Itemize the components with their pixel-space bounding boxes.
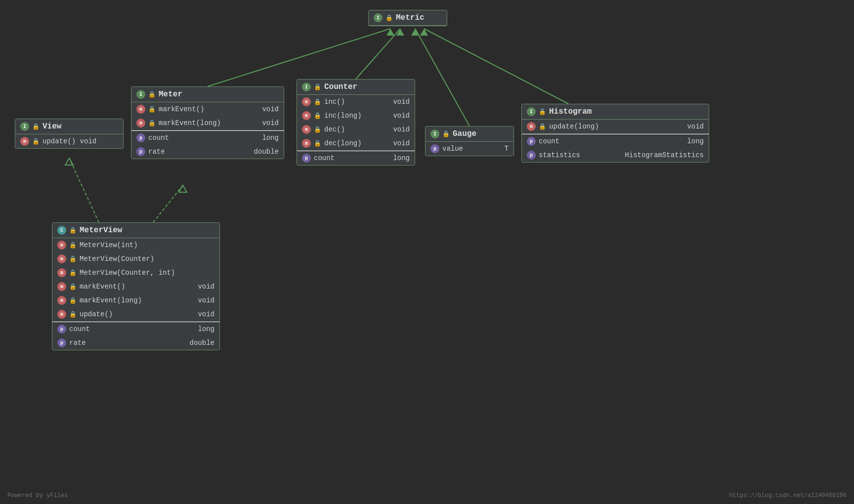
method-icon: m <box>302 111 311 120</box>
meterview-method-update: m 🔒 update() void <box>52 307 219 321</box>
footer-right: https://blog.csdn.net/a1240466196 <box>729 492 847 499</box>
prop-label: count <box>539 137 674 145</box>
method-type: void <box>677 123 704 130</box>
svg-marker-5 <box>411 29 419 36</box>
meter-header: I 🔒 Meter <box>131 87 284 102</box>
histogram-lock-icon: 🔒 <box>539 108 546 116</box>
method-label: update(long) <box>549 123 674 130</box>
prop-icon: p <box>302 154 311 163</box>
method-icon: m <box>136 119 145 127</box>
histogram-header: I 🔒 Histogram <box>522 104 709 120</box>
meterview-prop-rate: p rate double <box>52 336 219 350</box>
prop-type: long <box>188 325 214 333</box>
lock-icon: 🔒 <box>69 311 77 318</box>
gauge-prop-value: p value T <box>426 142 513 156</box>
histogram-title: Histogram <box>549 107 592 116</box>
method-label: dec(long) <box>324 139 380 147</box>
counter-method-declong: m 🔒 dec(long) void <box>297 136 415 150</box>
svg-line-4 <box>415 29 470 126</box>
ctor-icon: m <box>57 268 66 277</box>
ctor-icon: m <box>57 254 66 263</box>
lock-icon: 🔒 <box>314 126 321 133</box>
histogram-type-icon: I <box>527 107 536 116</box>
method-type: void <box>383 126 410 133</box>
prop-icon: p <box>136 133 145 142</box>
counter-method-dec: m 🔒 dec() void <box>297 123 415 136</box>
svg-line-2 <box>356 29 400 79</box>
meter-prop-rate: p rate double <box>131 145 284 159</box>
meterview-method-markevent: m 🔒 markEvent() void <box>52 280 219 294</box>
meter-box: I 🔒 Meter m 🔒 markEvent() void m 🔒 markE… <box>131 86 284 159</box>
method-type: void <box>188 296 214 304</box>
method-label: update() void <box>43 137 118 145</box>
method-icon: m <box>57 310 66 319</box>
ctor-label: MeterView(Counter, int) <box>80 269 214 277</box>
method-type: void <box>252 119 279 127</box>
svg-marker-7 <box>420 29 428 36</box>
lock-icon: 🔒 <box>539 123 546 130</box>
histogram-method-update: m 🔒 update(long) void <box>522 120 709 133</box>
gauge-box: I 🔒 Gauge p value T <box>425 126 514 156</box>
meter-type-icon: I <box>136 90 145 99</box>
meterview-ctor-3: m 🔒 MeterView(Counter, int) <box>52 266 219 280</box>
footer-left: Powered by yFiles <box>7 492 68 499</box>
counter-prop-count: p count long <box>297 151 415 165</box>
lock-icon: 🔒 <box>314 112 321 120</box>
method-type: void <box>383 98 410 106</box>
method-icon: m <box>527 122 536 131</box>
method-type: void <box>188 310 214 318</box>
lock-icon: 🔒 <box>148 120 156 127</box>
method-icon: m <box>136 105 145 114</box>
metric-box: I 🔒 Metric <box>368 10 447 26</box>
ctor-label: MeterView(int) <box>80 241 214 249</box>
prop-type: long <box>677 137 704 145</box>
svg-marker-3 <box>396 29 404 36</box>
view-lock-icon: 🔒 <box>32 123 40 130</box>
counter-header: I 🔒 Counter <box>297 80 415 95</box>
prop-label: rate <box>69 339 177 347</box>
meterview-box: C 🔒 MeterView m 🔒 MeterView(int) m 🔒 Met… <box>52 222 220 350</box>
meterview-header: C 🔒 MeterView <box>52 223 219 238</box>
view-header: I 🔒 View <box>15 119 123 134</box>
meterview-lock-icon: 🔒 <box>69 227 77 234</box>
svg-line-6 <box>424 29 568 104</box>
diagram-container: I 🔒 Metric I 🔒 View m 🔒 update() void I … <box>0 0 854 504</box>
view-method-update: m 🔒 update() void <box>15 134 123 148</box>
prop-icon: p <box>527 137 536 146</box>
lock-icon: 🔒 <box>69 283 77 291</box>
metric-type-icon: I <box>374 13 383 22</box>
method-label: markEvent(long) <box>80 296 185 304</box>
prop-label: count <box>69 325 185 333</box>
method-label: update() <box>80 310 185 318</box>
method-label: markEvent(long) <box>159 119 249 127</box>
svg-marker-9 <box>65 158 73 165</box>
svg-line-10 <box>153 185 183 222</box>
method-icon: m <box>302 125 311 134</box>
lock-icon: 🔒 <box>69 255 77 263</box>
meter-prop-count: p count long <box>131 131 284 145</box>
method-type: void <box>252 105 279 113</box>
counter-box: I 🔒 Counter m 🔒 inc() void m 🔒 inc(long)… <box>297 79 415 166</box>
method-icon: m <box>20 137 29 146</box>
meter-lock-icon: 🔒 <box>148 91 156 98</box>
method-icon: m <box>57 296 66 305</box>
meterview-ctor-2: m 🔒 MeterView(Counter) <box>52 252 219 266</box>
prop-label: value <box>442 145 492 153</box>
method-type: void <box>188 283 214 291</box>
meterview-ctor-1: m 🔒 MeterView(int) <box>52 238 219 252</box>
method-icon: m <box>302 139 311 148</box>
lock-icon: 🔒 <box>69 269 77 277</box>
prop-type: long <box>383 154 410 162</box>
prop-type: long <box>252 134 279 142</box>
view-type-icon: I <box>20 122 29 131</box>
svg-marker-11 <box>179 185 187 192</box>
ctor-label: MeterView(Counter) <box>80 255 214 263</box>
prop-type: double <box>244 148 279 156</box>
meterview-title: MeterView <box>80 226 122 235</box>
prop-icon: p <box>527 151 536 160</box>
counter-method-inclong: m 🔒 inc(long) void <box>297 109 415 123</box>
counter-lock-icon: 🔒 <box>314 84 321 91</box>
lock-icon: 🔒 <box>32 138 40 145</box>
lock-icon: 🔒 <box>314 98 321 106</box>
prop-label: count <box>148 134 249 142</box>
